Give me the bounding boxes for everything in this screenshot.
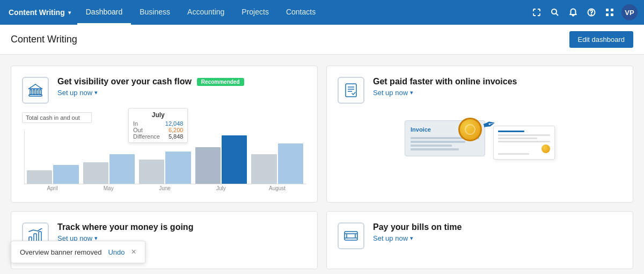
nav-dashboard[interactable]: Dashboard [77, 0, 131, 25]
track-money-title: Track where your money is going [57, 222, 193, 232]
tooltip-out-label: Out [133, 127, 143, 133]
svg-rect-10 [33, 90, 35, 95]
cash-flow-card: Get visibility over your cash flow Recom… [11, 66, 318, 203]
x-label-may: May [83, 185, 135, 191]
online-invoices-card: Get paid faster with online invoices Set… [326, 66, 633, 203]
nav-projects[interactable]: Projects [233, 0, 277, 25]
pay-bills-title: Pay your bills on time [373, 222, 462, 232]
invoice-illustration-container: Invoice ✒ [405, 115, 555, 185]
cash-flow-title-row: Get visibility over your cash flow Recom… [57, 77, 306, 86]
online-invoices-setup-link[interactable]: Set up now ▾ [373, 89, 622, 97]
bills-icon [343, 228, 358, 243]
tooltip-month: July [133, 111, 183, 119]
brand-dropdown[interactable]: Content Writing ▾ [6, 8, 77, 17]
online-invoices-title-row: Get paid faster with online invoices [373, 77, 622, 86]
bar-april-gray [27, 170, 52, 184]
bar-group-may [83, 154, 135, 184]
nav-contacts[interactable]: Contacts [277, 0, 324, 25]
inv-line-c [498, 141, 550, 142]
tooltip-out-row: Out 6,200 [133, 127, 183, 133]
svg-rect-17 [39, 232, 41, 241]
bar-august-blue [278, 143, 303, 184]
svg-rect-5 [611, 9, 613, 11]
tooltip-diff-value: 5,848 [169, 133, 184, 140]
nav-business[interactable]: Business [131, 0, 179, 25]
bar-june-gray [139, 160, 164, 184]
online-invoices-title: Get paid faster with online invoices [373, 77, 517, 86]
track-money-title-area: Track where your money is going Set up n… [57, 222, 306, 242]
page-header: Content Writing Edit dashboard [0, 25, 644, 55]
question-icon[interactable] [585, 6, 598, 19]
tooltip-diff-row: Difference 5,848 [133, 133, 183, 140]
bar-april-blue [53, 165, 78, 184]
nav-right: VP [530, 4, 638, 20]
bar-group-july [195, 135, 247, 184]
track-money-title-row: Track where your money is going [57, 222, 306, 232]
pay-bills-title-area: Pay your bills on time Set up now ▾ [373, 222, 622, 242]
pay-bills-setup-link[interactable]: Set up now ▾ [373, 234, 622, 242]
online-invoices-header: Get paid faster with online invoices Set… [338, 77, 622, 104]
setup-arrow-icon: ▾ [94, 89, 98, 96]
svg-rect-11 [36, 90, 38, 95]
svg-point-0 [552, 9, 557, 14]
x-label-july: July [195, 185, 247, 191]
bank-icon-wrapper [22, 77, 49, 104]
tooltip-out-value: 6,200 [169, 127, 184, 133]
bell-icon[interactable] [567, 6, 580, 19]
cash-flow-chart-area: Total cash in and out July In 12,048 Out… [22, 112, 306, 191]
svg-line-1 [556, 13, 558, 16]
invoice-line-3 [411, 145, 452, 147]
invoices-setup-arrow-icon: ▾ [410, 89, 413, 96]
nav-links: Dashboard Business Accounting Projects C… [77, 0, 324, 25]
svg-rect-19 [347, 234, 355, 238]
inv-coin-small [541, 145, 550, 153]
inv-line-d [498, 153, 529, 155]
expand-icon[interactable] [530, 6, 543, 19]
brand-name: Content Writing [9, 8, 65, 17]
brand-caret: ▾ [68, 10, 71, 16]
tooltip-in-row: In 12,048 [133, 120, 183, 127]
invoice-illustration: Invoice ✒ [338, 112, 622, 188]
x-label-june: June [139, 185, 191, 191]
toast-close-button[interactable]: × [131, 248, 136, 256]
coin-inner [465, 124, 475, 135]
bar-may-blue [109, 154, 135, 184]
inv-line-a [498, 134, 550, 136]
user-avatar[interactable]: VP [621, 4, 638, 20]
invoice-icon-wrapper [338, 77, 364, 104]
svg-marker-13 [29, 84, 42, 89]
pay-bills-title-row: Pay your bills on time [373, 222, 622, 232]
toast-notification: Overview banner removed Undo × [11, 241, 145, 263]
bar-july-blue [222, 135, 247, 184]
search-icon[interactable] [548, 6, 561, 19]
x-label-april: April [26, 185, 78, 191]
bills-icon-wrapper [338, 222, 364, 249]
toast-undo-button[interactable]: Undo [108, 248, 125, 256]
svg-rect-14 [346, 84, 356, 97]
svg-point-3 [591, 15, 592, 15]
nav-accounting[interactable]: Accounting [179, 0, 233, 25]
cash-flow-title-area: Get visibility over your cash flow Recom… [57, 77, 306, 97]
toast-message: Overview banner removed [20, 248, 101, 256]
invoice-line-2 [411, 141, 465, 143]
pay-bills-arrow-icon: ▾ [410, 235, 413, 242]
invoice-line-4 [411, 148, 459, 150]
invoice-preview-card [493, 126, 555, 160]
apps-icon[interactable] [603, 6, 616, 19]
tooltip-in-value: 12,048 [165, 120, 184, 127]
pay-bills-card: Pay your bills on time Set up now ▾ [326, 211, 633, 269]
chart-total-label: Total cash in and out [22, 112, 92, 123]
bar-may-gray [83, 162, 108, 184]
top-navigation: Content Writing ▾ Dashboard Business Acc… [0, 0, 644, 25]
svg-rect-7 [611, 13, 613, 16]
bar-july-gray [195, 147, 221, 184]
svg-rect-9 [30, 90, 32, 95]
bank-icon [28, 83, 43, 98]
edit-dashboard-button[interactable]: Edit dashboard [569, 31, 633, 48]
online-invoices-title-area: Get paid faster with online invoices Set… [373, 77, 622, 97]
cash-flow-setup-link[interactable]: Set up now ▾ [57, 89, 306, 97]
tooltip-in-label: In [133, 120, 138, 127]
bar-group-april [27, 165, 79, 184]
cash-flow-header: Get visibility over your cash flow Recom… [22, 77, 306, 104]
bar-group-august [251, 143, 303, 184]
